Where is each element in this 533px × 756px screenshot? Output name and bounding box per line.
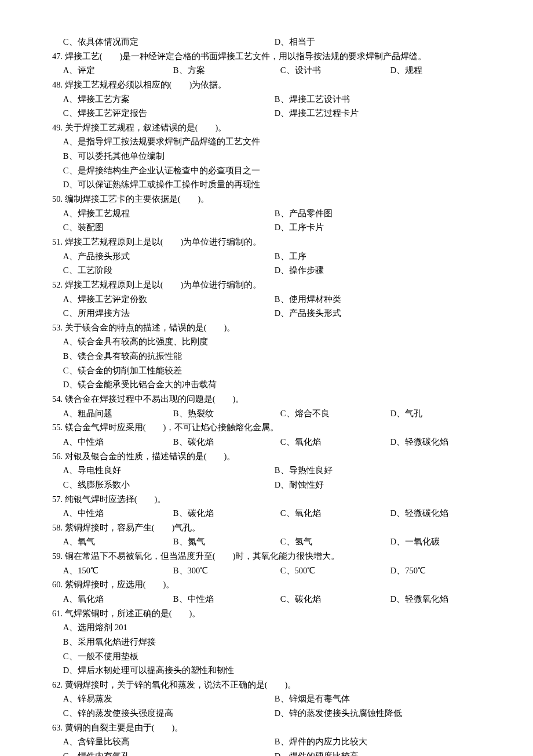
question-stem: 49. 关于焊接工艺规程，叙述错误的是( )。 — [52, 121, 487, 135]
question-stem: 60. 紫铜焊接时，应选用( )。 — [52, 577, 487, 592]
question-stem: 59. 铜在常温下不易被氧化，但当温度升至( )时，其氧化能力很快增大。 — [52, 549, 487, 564]
option-b: B、热裂纹 — [173, 406, 280, 421]
option-a: A、中性焰 — [63, 506, 173, 521]
options-row: A、氧气B、氮气C、氢气D、一氧化碳 — [52, 535, 487, 549]
option-c: C、氢气 — [280, 535, 390, 549]
option-c: C、碳化焰 — [280, 592, 390, 606]
option-line: B、采用氧化焰进行焊接 — [52, 635, 487, 649]
option-c: C、氧化焰 — [280, 435, 390, 449]
options-row: A、焊接工艺评定份数B、使用焊材种类 — [52, 292, 487, 307]
option-b: B、氮气 — [173, 535, 280, 549]
option-left: A、含锌量比较高 — [63, 735, 275, 749]
option-b: B、300℃ — [173, 564, 280, 578]
option-left: C、焊件内有气孔 — [63, 749, 275, 756]
question-stem: 62. 黄铜焊接时，关于锌的氧化和蒸发，说法不正确的是( )。 — [52, 678, 487, 692]
options-row: A、锌易蒸发B、锌烟是有毒气体 — [52, 692, 487, 706]
option-left: C、所用焊接方法 — [63, 306, 275, 321]
options-row: C、工艺阶段D、操作步骤 — [52, 263, 487, 278]
option-right: D、焊接工艺过程卡片 — [275, 106, 487, 121]
options-row: A、含锌量比较高B、焊件的内应力比较大 — [52, 735, 487, 749]
question-stem: 57. 纯银气焊时应选择( )。 — [52, 492, 487, 507]
option-c: C、氧化焰 — [280, 506, 390, 521]
option-right: B、锌烟是有毒气体 — [275, 692, 487, 706]
option-right: B、导热性良好 — [275, 463, 487, 478]
option-left: C、锌的蒸发使接头强度提高 — [63, 706, 275, 721]
option-line: D、镁合金能承受比铝合金大的冲击载荷 — [52, 377, 487, 392]
options-row: A、焊接工艺方案B、焊接工艺设计书 — [52, 92, 487, 107]
option-b: B、碳化焰 — [173, 435, 280, 449]
option-c: C、设计书 — [280, 63, 390, 78]
question-stem: 53. 关于镁合金的特点的描述，错误的是( )。 — [52, 321, 487, 335]
option-line: B、可以委托其他单位编制 — [52, 149, 487, 163]
options-row: C、焊接工艺评定报告D、焊接工艺过程卡片 — [52, 106, 487, 121]
question-stem: 63. 黄铜的自裂主要是由于( )。 — [52, 721, 487, 735]
option-a: A、氧化焰 — [63, 592, 173, 606]
option-left: C、焊接工艺评定报告 — [63, 106, 275, 121]
options-row: A、粗晶问题B、热裂纹C、熔合不良D、气孔 — [52, 406, 487, 421]
option-a: A、氧气 — [63, 535, 173, 549]
options-row: C、装配图D、工序卡片 — [52, 220, 487, 235]
option-left: C、装配图 — [63, 220, 275, 235]
option-right: D、产品接头形式 — [275, 306, 487, 321]
option-right: D、工序卡片 — [275, 220, 487, 235]
option-a: A、中性焰 — [63, 435, 173, 449]
question-stem: 61. 气焊紫铜时，所述正确的是( )。 — [52, 606, 487, 621]
option-d: D、气孔 — [390, 406, 487, 421]
option-b: B、中性焰 — [173, 592, 280, 606]
option-left: A、产品接头形式 — [63, 249, 275, 264]
option-left: A、焊接工艺评定份数 — [63, 292, 275, 307]
option-left: C、依具体情况而定 — [63, 35, 275, 49]
option-line: D、可以保证熟练焊工或操作工操作时质量的再现性 — [52, 177, 487, 192]
option-left: A、导电性良好 — [63, 463, 275, 478]
options-row: A、氧化焰B、中性焰C、碳化焰D、轻微氧化焰 — [52, 592, 487, 606]
question-stem: 55. 镁合金气焊时应采用( )，不可让焰心接触熔化金属。 — [52, 420, 487, 435]
option-line: D、焊后水韧处理可以提高接头的塑性和韧性 — [52, 663, 487, 678]
option-right: B、产品零件图 — [275, 206, 487, 221]
option-right: B、工序 — [275, 249, 487, 264]
option-line: A、镁合金具有较高的比强度、比刚度 — [52, 335, 487, 349]
option-right: D、操作步骤 — [275, 263, 487, 278]
option-right: D、锌的蒸发使接头抗腐蚀性降低 — [275, 706, 487, 721]
question-stem: 54. 镁合金在焊接过程中不易出现的问题是( )。 — [52, 392, 487, 406]
options-row: A、产品接头形式B、工序 — [52, 249, 487, 264]
options-row: A、中性焰B、碳化焰C、氧化焰D、轻微碳化焰 — [52, 506, 487, 521]
question-stem: 47. 焊接工艺( )是一种经评定合格的书面焊接工艺文件，用以指导按法规的要求焊… — [52, 49, 487, 64]
option-right: D、焊件的硬度比较高 — [275, 749, 487, 756]
options-row: A、评定B、方案C、设计书D、规程 — [52, 63, 487, 78]
option-a: A、粗晶问题 — [63, 406, 173, 421]
option-right: B、使用焊材种类 — [275, 292, 487, 307]
question-stem: 48. 焊接工艺规程必须以相应的( )为依据。 — [52, 78, 487, 92]
option-line: C、一般不使用垫板 — [52, 649, 487, 664]
option-left: A、锌易蒸发 — [63, 692, 275, 706]
options-row: C、锌的蒸发使接头强度提高D、锌的蒸发使接头抗腐蚀性降低 — [52, 706, 487, 721]
option-left: A、焊接工艺方案 — [63, 92, 275, 107]
option-left: C、线膨胀系数小 — [63, 478, 275, 492]
option-d: D、轻微碳化焰 — [390, 506, 487, 521]
option-left: C、工艺阶段 — [63, 263, 275, 278]
question-stem: 56. 对银及银合金的性质，描述错误的是( )。 — [52, 449, 487, 464]
option-right: B、焊接工艺设计书 — [275, 92, 487, 107]
option-line: C、镁合金的切削加工性能较差 — [52, 364, 487, 378]
document-body: C、依具体情况而定D、相当于47. 焊接工艺( )是一种经评定合格的书面焊接工艺… — [52, 35, 487, 756]
options-row: C、所用焊接方法D、产品接头形式 — [52, 306, 487, 321]
option-d: D、750℃ — [390, 564, 487, 578]
option-right: D、耐蚀性好 — [275, 478, 487, 492]
options-row: C、线膨胀系数小D、耐蚀性好 — [52, 478, 487, 492]
option-c: C、500℃ — [280, 564, 390, 578]
option-d: D、轻微碳化焰 — [390, 435, 487, 449]
option-d: D、轻微氧化焰 — [390, 592, 487, 606]
options-row: A、焊接工艺规程B、产品零件图 — [52, 206, 487, 221]
question-stem: 58. 紫铜焊接时，容易产生( )气孔。 — [52, 521, 487, 535]
question-stem: 50. 编制焊接工艺卡的主要依据是( )。 — [52, 192, 487, 206]
option-left: A、焊接工艺规程 — [63, 206, 275, 221]
option-right: D、相当于 — [275, 35, 487, 49]
option-line: B、镁合金具有较高的抗振性能 — [52, 349, 487, 364]
option-line: A、是指导焊工按法规要求焊制产品焊缝的工艺文件 — [52, 135, 487, 149]
question-stem: 51. 焊接工艺规程原则上是以( )为单位进行编制的。 — [52, 235, 487, 249]
option-a: A、评定 — [63, 63, 173, 78]
option-b: B、方案 — [173, 63, 280, 78]
option-d: D、规程 — [390, 63, 487, 78]
options-row: A、150℃B、300℃C、500℃D、750℃ — [52, 564, 487, 578]
option-a: A、150℃ — [63, 564, 173, 578]
options-row: C、依具体情况而定D、相当于 — [52, 35, 487, 49]
